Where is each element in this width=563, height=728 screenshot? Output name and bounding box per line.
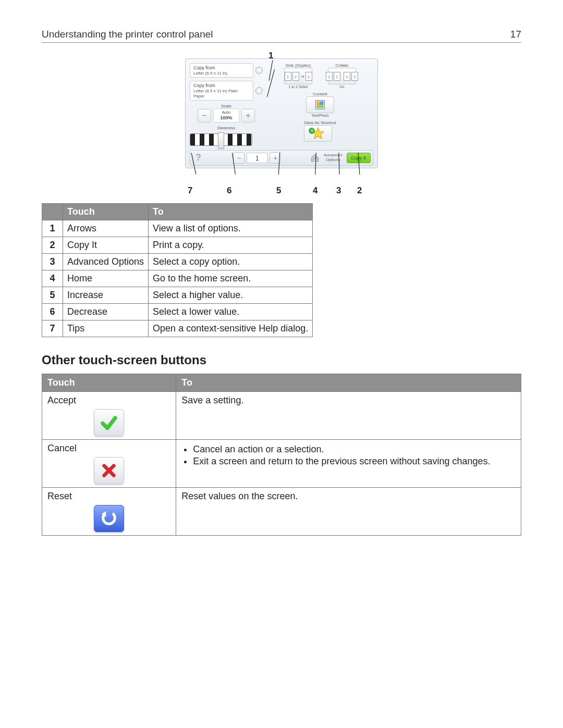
content-value: Text/Photo bbox=[306, 114, 334, 117]
sides-label: Side (Duplex) bbox=[284, 63, 312, 68]
field-label: Copy from bbox=[193, 83, 215, 88]
printer-touch-panel: Copy from Letter (8.5 x 11 in) Copy from… bbox=[185, 58, 378, 168]
reset-desc: Reset values on the screen. bbox=[176, 487, 521, 535]
shortcut-group: Save As Shortcut + bbox=[304, 120, 336, 142]
col-to: To bbox=[149, 203, 313, 220]
copies-decrease-button[interactable]: − bbox=[233, 152, 244, 164]
scale-value: Auto 100% bbox=[213, 108, 239, 122]
content-tile[interactable] bbox=[306, 96, 334, 113]
scale-mode: Auto bbox=[222, 110, 230, 115]
text-photo-icon bbox=[315, 100, 325, 110]
x-icon bbox=[101, 462, 117, 479]
svg-rect-3 bbox=[316, 105, 323, 108]
table-row: Reset Reset values on the screen. bbox=[42, 487, 521, 535]
page-number: 17 bbox=[510, 29, 521, 40]
table-row: 1ArrowsView a list of options. bbox=[42, 220, 313, 237]
field-value: Letter (8.5 x 11 in) Plain Paper bbox=[193, 89, 250, 98]
arrow-button[interactable] bbox=[255, 67, 263, 74]
cancel-label: Cancel bbox=[47, 443, 77, 453]
sides-value: 1 to 2 Sided bbox=[284, 85, 312, 89]
callouts-bottom: 7 6 5 4 3 2 bbox=[185, 167, 378, 196]
scale-label: Scale bbox=[190, 104, 263, 108]
field-value: Letter (8.5 x 11 in) bbox=[193, 71, 250, 76]
table-row: 3Advanced OptionsSelect a copy option. bbox=[42, 253, 313, 270]
panel-bottom-bar: ? − 1 + Advanced Options Copy It bbox=[190, 150, 373, 166]
save-shortcut-tile[interactable]: + bbox=[304, 125, 332, 142]
collate-value: On bbox=[328, 85, 356, 89]
arrow-button[interactable] bbox=[255, 87, 263, 94]
table-row: 7TipsOpen a context-sensitive Help dialo… bbox=[42, 320, 313, 337]
callout-4: 4 bbox=[313, 186, 317, 196]
svg-rect-2 bbox=[320, 101, 324, 105]
scale-decrease-button[interactable]: − bbox=[198, 109, 211, 122]
advanced-options-button[interactable]: Advanced Options bbox=[322, 153, 345, 163]
header-title: Understanding the printer control panel bbox=[42, 29, 213, 40]
content-label: Content bbox=[306, 92, 334, 96]
page-header: Understanding the printer control panel … bbox=[42, 29, 521, 43]
other-buttons-table: Touch To Accept Save a setting. Cancel bbox=[42, 374, 521, 536]
callout-5: 5 bbox=[276, 186, 281, 196]
copies-value: 1 bbox=[247, 153, 267, 163]
callout-2: 2 bbox=[357, 186, 362, 196]
cancel-desc-list: Cancel an action or a selection. Exit a … bbox=[181, 444, 516, 467]
content-group: Content Text/Photo bbox=[306, 92, 334, 117]
tips-button[interactable]: ? bbox=[192, 152, 204, 163]
accept-label: Accept bbox=[47, 395, 76, 405]
copy-from-field-2[interactable]: Copy from Letter (8.5 x 11 in) Plain Pap… bbox=[190, 81, 253, 101]
col-to: To bbox=[176, 374, 521, 391]
home-icon[interactable] bbox=[310, 153, 320, 163]
accept-desc: Save a setting. bbox=[176, 391, 521, 439]
undo-arrow-icon bbox=[100, 510, 118, 527]
sides-tile[interactable]: 12➜1 bbox=[284, 68, 312, 84]
cancel-button[interactable] bbox=[94, 457, 124, 484]
table-row: 4HomeGo to the home screen. bbox=[42, 270, 313, 287]
table-row: 2Copy ItPrint a copy. bbox=[42, 237, 313, 253]
checkmark-icon bbox=[100, 413, 118, 432]
col-touch: Touch bbox=[63, 203, 149, 220]
collate-label: Collate bbox=[328, 63, 356, 68]
printer-panel-figure: 1 Copy from Letter (8.5 x 11 in) Copy fr… bbox=[185, 58, 378, 196]
callout-7: 7 bbox=[188, 186, 192, 196]
table-row: 5IncreaseSelect a higher value. bbox=[42, 287, 313, 303]
table-row: 6DecreaseSelect a lower value. bbox=[42, 303, 313, 320]
darkness-slider[interactable] bbox=[190, 133, 252, 146]
list-item: Cancel an action or a selection. bbox=[193, 444, 516, 455]
scale-group: Scale − Auto 100% + bbox=[190, 104, 263, 122]
darkness-group: Darkness bbox=[190, 126, 263, 146]
scale-increase-button[interactable]: + bbox=[241, 109, 255, 122]
svg-rect-1 bbox=[316, 101, 320, 105]
collate-group: Collate 1212 On bbox=[328, 63, 356, 89]
shortcut-label: Save As Shortcut bbox=[304, 120, 336, 125]
callout-6: 6 bbox=[227, 186, 231, 196]
callout-3: 3 bbox=[336, 186, 341, 196]
reset-button[interactable] bbox=[94, 505, 124, 532]
scale-percent: 100% bbox=[220, 115, 232, 120]
col-blank bbox=[42, 203, 63, 220]
table-row: Accept Save a setting. bbox=[42, 391, 521, 439]
copy-from-field-1[interactable]: Copy from Letter (8.5 x 11 in) bbox=[190, 63, 253, 78]
col-touch: Touch bbox=[42, 374, 176, 391]
callout-1: 1 bbox=[268, 51, 273, 61]
touch-table: Touch To 1ArrowsView a list of options. … bbox=[42, 203, 313, 337]
field-label: Copy from bbox=[193, 65, 215, 70]
sides-group: Side (Duplex) 12➜1 1 to 2 Sided bbox=[284, 63, 312, 89]
darkness-label: Darkness bbox=[190, 126, 263, 130]
collate-tile[interactable]: 1212 bbox=[328, 68, 356, 84]
section-heading: Other touch-screen buttons bbox=[42, 353, 521, 367]
reset-label: Reset bbox=[47, 491, 72, 501]
list-item: Exit a screen and return to the previous… bbox=[193, 456, 516, 467]
table-row: Cancel Cancel an action or a selection. … bbox=[42, 439, 521, 487]
accept-button[interactable] bbox=[94, 409, 124, 436]
